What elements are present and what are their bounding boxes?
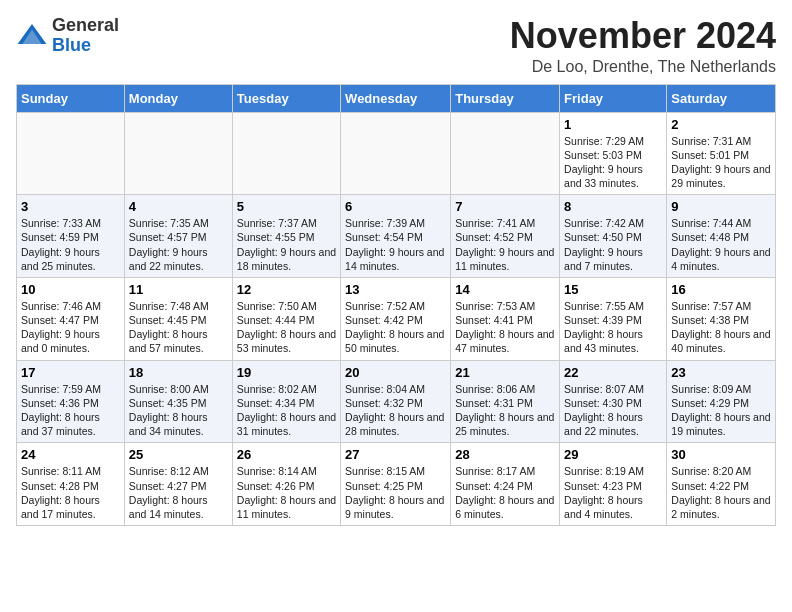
calendar-cell: 8Sunrise: 7:42 AM Sunset: 4:50 PM Daylig…: [560, 195, 667, 278]
calendar-table: SundayMondayTuesdayWednesdayThursdayFrid…: [16, 84, 776, 526]
calendar-cell: 14Sunrise: 7:53 AM Sunset: 4:41 PM Dayli…: [451, 277, 560, 360]
calendar-cell: 24Sunrise: 8:11 AM Sunset: 4:28 PM Dayli…: [17, 443, 125, 526]
weekday-header-friday: Friday: [560, 84, 667, 112]
calendar-cell: 25Sunrise: 8:12 AM Sunset: 4:27 PM Dayli…: [124, 443, 232, 526]
day-number: 9: [671, 199, 771, 214]
calendar-cell: 16Sunrise: 7:57 AM Sunset: 4:38 PM Dayli…: [667, 277, 776, 360]
weekday-header-sunday: Sunday: [17, 84, 125, 112]
weekday-header-saturday: Saturday: [667, 84, 776, 112]
day-number: 26: [237, 447, 336, 462]
day-info: Sunrise: 7:35 AM Sunset: 4:57 PM Dayligh…: [129, 216, 228, 273]
page-header: General Blue November 2024 De Loo, Drent…: [16, 16, 776, 76]
day-number: 27: [345, 447, 446, 462]
calendar-cell: 21Sunrise: 8:06 AM Sunset: 4:31 PM Dayli…: [451, 360, 560, 443]
calendar-cell: 4Sunrise: 7:35 AM Sunset: 4:57 PM Daylig…: [124, 195, 232, 278]
day-number: 30: [671, 447, 771, 462]
calendar-cell: 27Sunrise: 8:15 AM Sunset: 4:25 PM Dayli…: [341, 443, 451, 526]
day-info: Sunrise: 7:57 AM Sunset: 4:38 PM Dayligh…: [671, 299, 771, 356]
calendar-week-row: 3Sunrise: 7:33 AM Sunset: 4:59 PM Daylig…: [17, 195, 776, 278]
calendar-cell: 26Sunrise: 8:14 AM Sunset: 4:26 PM Dayli…: [232, 443, 340, 526]
day-info: Sunrise: 7:42 AM Sunset: 4:50 PM Dayligh…: [564, 216, 662, 273]
calendar-cell: 30Sunrise: 8:20 AM Sunset: 4:22 PM Dayli…: [667, 443, 776, 526]
day-info: Sunrise: 8:15 AM Sunset: 4:25 PM Dayligh…: [345, 464, 446, 521]
day-info: Sunrise: 7:41 AM Sunset: 4:52 PM Dayligh…: [455, 216, 555, 273]
day-info: Sunrise: 7:52 AM Sunset: 4:42 PM Dayligh…: [345, 299, 446, 356]
day-number: 10: [21, 282, 120, 297]
day-info: Sunrise: 7:55 AM Sunset: 4:39 PM Dayligh…: [564, 299, 662, 356]
day-number: 15: [564, 282, 662, 297]
day-number: 5: [237, 199, 336, 214]
day-number: 29: [564, 447, 662, 462]
calendar-cell: 28Sunrise: 8:17 AM Sunset: 4:24 PM Dayli…: [451, 443, 560, 526]
weekday-header-wednesday: Wednesday: [341, 84, 451, 112]
calendar-cell: 11Sunrise: 7:48 AM Sunset: 4:45 PM Dayli…: [124, 277, 232, 360]
calendar-cell: 1Sunrise: 7:29 AM Sunset: 5:03 PM Daylig…: [560, 112, 667, 195]
title-block: November 2024 De Loo, Drenthe, The Nethe…: [510, 16, 776, 76]
location-title: De Loo, Drenthe, The Netherlands: [510, 58, 776, 76]
calendar-cell: 17Sunrise: 7:59 AM Sunset: 4:36 PM Dayli…: [17, 360, 125, 443]
day-number: 20: [345, 365, 446, 380]
calendar-cell: 9Sunrise: 7:44 AM Sunset: 4:48 PM Daylig…: [667, 195, 776, 278]
day-number: 14: [455, 282, 555, 297]
day-info: Sunrise: 8:07 AM Sunset: 4:30 PM Dayligh…: [564, 382, 662, 439]
calendar-cell: [341, 112, 451, 195]
day-number: 11: [129, 282, 228, 297]
calendar-cell: 12Sunrise: 7:50 AM Sunset: 4:44 PM Dayli…: [232, 277, 340, 360]
calendar-cell: 6Sunrise: 7:39 AM Sunset: 4:54 PM Daylig…: [341, 195, 451, 278]
month-title: November 2024: [510, 16, 776, 56]
day-number: 6: [345, 199, 446, 214]
day-info: Sunrise: 7:33 AM Sunset: 4:59 PM Dayligh…: [21, 216, 120, 273]
calendar-cell: 7Sunrise: 7:41 AM Sunset: 4:52 PM Daylig…: [451, 195, 560, 278]
calendar-week-row: 17Sunrise: 7:59 AM Sunset: 4:36 PM Dayli…: [17, 360, 776, 443]
calendar-cell: 15Sunrise: 7:55 AM Sunset: 4:39 PM Dayli…: [560, 277, 667, 360]
day-info: Sunrise: 8:20 AM Sunset: 4:22 PM Dayligh…: [671, 464, 771, 521]
day-number: 2: [671, 117, 771, 132]
day-info: Sunrise: 8:19 AM Sunset: 4:23 PM Dayligh…: [564, 464, 662, 521]
day-number: 1: [564, 117, 662, 132]
calendar-week-row: 10Sunrise: 7:46 AM Sunset: 4:47 PM Dayli…: [17, 277, 776, 360]
day-number: 23: [671, 365, 771, 380]
day-info: Sunrise: 8:04 AM Sunset: 4:32 PM Dayligh…: [345, 382, 446, 439]
day-number: 28: [455, 447, 555, 462]
day-info: Sunrise: 8:02 AM Sunset: 4:34 PM Dayligh…: [237, 382, 336, 439]
day-number: 3: [21, 199, 120, 214]
day-number: 12: [237, 282, 336, 297]
day-info: Sunrise: 7:37 AM Sunset: 4:55 PM Dayligh…: [237, 216, 336, 273]
day-info: Sunrise: 7:59 AM Sunset: 4:36 PM Dayligh…: [21, 382, 120, 439]
day-number: 16: [671, 282, 771, 297]
calendar-cell: 20Sunrise: 8:04 AM Sunset: 4:32 PM Dayli…: [341, 360, 451, 443]
day-info: Sunrise: 8:09 AM Sunset: 4:29 PM Dayligh…: [671, 382, 771, 439]
day-info: Sunrise: 7:39 AM Sunset: 4:54 PM Dayligh…: [345, 216, 446, 273]
calendar-week-row: 24Sunrise: 8:11 AM Sunset: 4:28 PM Dayli…: [17, 443, 776, 526]
calendar-cell: 19Sunrise: 8:02 AM Sunset: 4:34 PM Dayli…: [232, 360, 340, 443]
day-info: Sunrise: 8:17 AM Sunset: 4:24 PM Dayligh…: [455, 464, 555, 521]
day-number: 19: [237, 365, 336, 380]
calendar-cell: 23Sunrise: 8:09 AM Sunset: 4:29 PM Dayli…: [667, 360, 776, 443]
day-info: Sunrise: 7:29 AM Sunset: 5:03 PM Dayligh…: [564, 134, 662, 191]
day-number: 21: [455, 365, 555, 380]
day-number: 25: [129, 447, 228, 462]
day-number: 4: [129, 199, 228, 214]
calendar-cell: [17, 112, 125, 195]
weekday-header-row: SundayMondayTuesdayWednesdayThursdayFrid…: [17, 84, 776, 112]
day-info: Sunrise: 8:11 AM Sunset: 4:28 PM Dayligh…: [21, 464, 120, 521]
calendar-cell: 13Sunrise: 7:52 AM Sunset: 4:42 PM Dayli…: [341, 277, 451, 360]
weekday-header-thursday: Thursday: [451, 84, 560, 112]
logo-text: General Blue: [52, 16, 119, 56]
day-info: Sunrise: 8:00 AM Sunset: 4:35 PM Dayligh…: [129, 382, 228, 439]
day-info: Sunrise: 7:48 AM Sunset: 4:45 PM Dayligh…: [129, 299, 228, 356]
logo: General Blue: [16, 16, 119, 56]
day-info: Sunrise: 7:46 AM Sunset: 4:47 PM Dayligh…: [21, 299, 120, 356]
calendar-cell: 3Sunrise: 7:33 AM Sunset: 4:59 PM Daylig…: [17, 195, 125, 278]
calendar-cell: 22Sunrise: 8:07 AM Sunset: 4:30 PM Dayli…: [560, 360, 667, 443]
calendar-cell: 18Sunrise: 8:00 AM Sunset: 4:35 PM Dayli…: [124, 360, 232, 443]
day-info: Sunrise: 8:12 AM Sunset: 4:27 PM Dayligh…: [129, 464, 228, 521]
calendar-cell: 5Sunrise: 7:37 AM Sunset: 4:55 PM Daylig…: [232, 195, 340, 278]
day-number: 24: [21, 447, 120, 462]
day-info: Sunrise: 7:31 AM Sunset: 5:01 PM Dayligh…: [671, 134, 771, 191]
day-number: 7: [455, 199, 555, 214]
calendar-cell: 10Sunrise: 7:46 AM Sunset: 4:47 PM Dayli…: [17, 277, 125, 360]
calendar-cell: 29Sunrise: 8:19 AM Sunset: 4:23 PM Dayli…: [560, 443, 667, 526]
day-number: 18: [129, 365, 228, 380]
logo-icon: [16, 20, 48, 52]
